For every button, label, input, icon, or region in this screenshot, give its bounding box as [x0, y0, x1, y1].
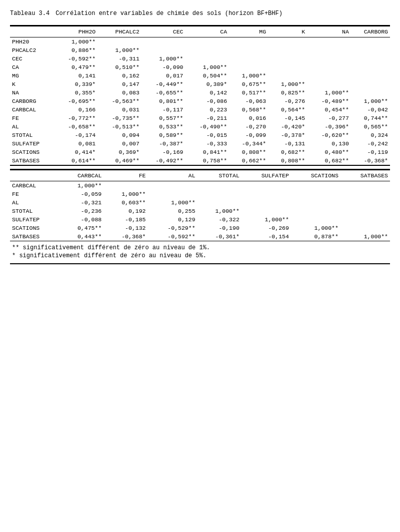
t2-r4-c2: -0,185	[104, 215, 148, 224]
table-row: CARBORG-0,695**-0,563**0,801**-0,086-0,0…	[10, 97, 390, 105]
bottom-space	[10, 264, 390, 354]
t1-r12-c5: -0,344*	[229, 139, 268, 148]
t1-r1-c6	[268, 46, 307, 54]
t1-r10-c0: AL	[10, 122, 54, 131]
t1-r2-c0: CEC	[10, 54, 54, 63]
t1-r6-c3: -0,655**	[142, 88, 186, 97]
col-header-cec: CEC	[142, 26, 186, 37]
note-2: * significativement différent de zéro au…	[12, 252, 388, 259]
t1-r0-c2	[98, 37, 142, 46]
t2-r4-c3: 0,129	[148, 215, 198, 224]
t1-r11-c0: STOTAL	[10, 131, 54, 139]
notes-section: ** significativement différent de zéro a…	[10, 241, 390, 264]
t1-r5-c8	[351, 80, 390, 88]
t1-r0-c4	[186, 37, 230, 46]
t2-r2-c2: 0,603**	[104, 198, 148, 207]
t1-r8-c3: -0,117	[142, 105, 186, 114]
t1-r7-c5: -0,063	[229, 97, 268, 105]
t1-r14-c3: -0,492**	[142, 156, 186, 165]
table-row: SCATIONS0,475**-0,132-0,529**-0,190-0,26…	[10, 224, 390, 232]
t1-r4-c7	[307, 71, 351, 80]
t2-r6-c4: -0,361*	[198, 232, 242, 241]
t1-r0-c1: 1,000**	[54, 37, 98, 46]
t2-r2-c4	[198, 198, 242, 207]
t1-r9-c0: FE	[10, 114, 54, 122]
t1-r10-c3: 0,533**	[142, 122, 186, 131]
col-header-na: NA	[307, 26, 351, 37]
t2-r4-c7	[340, 215, 390, 224]
t1-r12-c8: -0,242	[351, 139, 390, 148]
t2-r3-c0: STOTAL	[10, 207, 60, 215]
t1-r0-c6	[268, 37, 307, 46]
t1-r7-c0: CARBORG	[10, 97, 54, 105]
t2-r0-c6	[291, 181, 340, 190]
t2-r2-c0: AL	[10, 198, 60, 207]
t2-r3-c2: 0,192	[104, 207, 148, 215]
t1-r5-c2: 0,147	[98, 80, 142, 88]
t2-r0-c1: 1,000**	[60, 181, 104, 190]
table1: PHH2O PHCALC2 CEC CA MG K NA CARBORG PHH…	[10, 26, 390, 165]
t1-r0-c7	[307, 37, 351, 46]
t1-r14-c8: -0,368*	[351, 156, 390, 165]
t1-r14-c4: 0,758**	[186, 156, 230, 165]
t1-r10-c4: -0,490**	[186, 122, 230, 131]
t2-r6-c6: 0,878**	[291, 232, 340, 241]
t1-r2-c5	[229, 54, 268, 63]
table-row: AL-0,3210,603**1,000**	[10, 198, 390, 207]
t1-r3-c1: 0,479**	[54, 63, 98, 71]
t1-r13-c4: 0,841**	[186, 148, 230, 156]
t1-r6-c0: NA	[10, 88, 54, 97]
table2: CARBCAL FE AL STOTAL SULFATEP SCATIONS S…	[10, 170, 390, 241]
t2-r4-c6	[291, 215, 340, 224]
t2-r0-c5	[242, 181, 291, 190]
t1-r7-c6: -0,276	[268, 97, 307, 105]
t2-r3-c5	[242, 207, 291, 215]
t1-r9-c2: -0,735**	[98, 114, 142, 122]
t2-r2-c5	[242, 198, 291, 207]
t1-r10-c2: -0,513**	[98, 122, 142, 131]
table-row: PHH201,000**	[10, 37, 390, 46]
t1-r9-c5: 0,016	[229, 114, 268, 122]
t2-r1-c5	[242, 190, 291, 198]
t1-r9-c6: -0,145	[268, 114, 307, 122]
t1-r2-c4	[186, 54, 230, 63]
table-row: CEC-0,592**-0,3111,000**	[10, 54, 390, 63]
t2-r2-c3: 1,000**	[148, 198, 198, 207]
t1-r4-c5: 1,000**	[229, 71, 268, 80]
table-row: CA0,479**0,510**-0,0901,000**	[10, 63, 390, 71]
t1-r3-c0: CA	[10, 63, 54, 71]
t2-r4-c0: SULFATEP	[10, 215, 60, 224]
table-row: K0,339*0,147-0,449**0,389*0,675**1,000**	[10, 80, 390, 88]
table-number: Tableau 3.4	[10, 10, 50, 17]
t1-r4-c2: 0,162	[98, 71, 142, 80]
table-row: MG0,1410,1620,0170,504**1,000**	[10, 71, 390, 80]
t1-r12-c3: -0,387*	[142, 139, 186, 148]
t1-r14-c5: 0,662**	[229, 156, 268, 165]
t1-r14-c2: 0,469**	[98, 156, 142, 165]
t1-r10-c6: -0,420*	[268, 122, 307, 131]
table-row: STOTAL-0,1740,0940,589**-0,015-0,099-0,3…	[10, 131, 390, 139]
t2-r4-c4: -0,322	[198, 215, 242, 224]
t1-r13-c3: -0,169	[142, 148, 186, 156]
t1-r13-c7: 0,480**	[307, 148, 351, 156]
t1-r4-c3: 0,017	[142, 71, 186, 80]
t1-r8-c1: 0,166	[54, 105, 98, 114]
t1-r5-c4: 0,389*	[186, 80, 230, 88]
t2-r6-c0: SATBASES	[10, 232, 60, 241]
t1-r14-c6: 0,808**	[268, 156, 307, 165]
t2-r2-c1: -0,321	[60, 198, 104, 207]
t1-r3-c4: 1,000**	[186, 63, 230, 71]
t2-r3-c7	[340, 207, 390, 215]
t2-r5-c4: -0,190	[198, 224, 242, 232]
t1-r7-c4: -0,086	[186, 97, 230, 105]
t2-r2-c6	[291, 198, 340, 207]
table-title: Tableau 3.4 Corrélation entre variables …	[10, 10, 390, 17]
t1-r1-c4	[186, 46, 230, 54]
t1-r13-c0: SCATIONS	[10, 148, 54, 156]
t1-r9-c7: -0,277	[307, 114, 351, 122]
t2-r1-c4	[198, 190, 242, 198]
note-1: ** significativement différent de zéro a…	[12, 244, 388, 251]
table-description: Corrélation entre variables de chimie de…	[56, 10, 282, 17]
t1-r1-c1: 0,886**	[54, 46, 98, 54]
t2-r3-c4: 1,000**	[198, 207, 242, 215]
